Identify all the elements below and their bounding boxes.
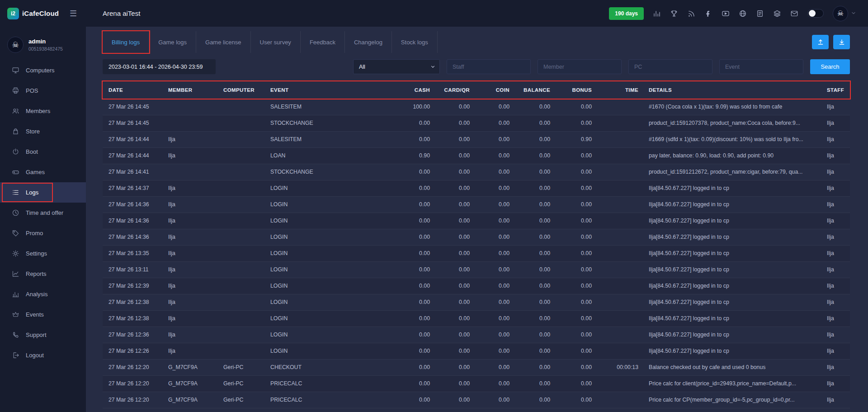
table-row[interactable]: 27 Mar 26 12:36 Ilja LOGIN 0.00 0.00 0.0… xyxy=(103,327,850,343)
globe-icon[interactable] xyxy=(739,9,747,18)
export-button[interactable] xyxy=(812,35,829,49)
cell-cash: 0.00 xyxy=(395,310,434,327)
col-bonus[interactable]: BONUS xyxy=(555,81,596,99)
log-type-select[interactable]: All xyxy=(353,59,440,74)
table-row[interactable]: 27 Mar 26 12:20 G_M7CF9A Geri-PC PRICECA… xyxy=(103,375,850,392)
cell-computer xyxy=(217,294,264,310)
dark-mode-toggle[interactable] xyxy=(807,9,824,18)
cell-details: #1669 (sdfd x 1)(tax: 0.09)(discount: 10… xyxy=(643,131,821,147)
youtube-icon[interactable] xyxy=(722,9,730,18)
table-row[interactable]: 27 Mar 26 14:36 Ilja LOGIN 0.00 0.00 0.0… xyxy=(103,229,850,245)
tab-user-survey[interactable]: User survey xyxy=(251,31,301,53)
tab-stock-logs[interactable]: Stock logs xyxy=(392,31,438,53)
col-member[interactable]: MEMBER xyxy=(162,81,217,99)
table-row[interactable]: 27 Mar 26 12:20 G_M7CF9A Geri-PC PRICECA… xyxy=(103,392,850,408)
col-date[interactable]: DATE xyxy=(103,81,162,99)
table-row[interactable]: 27 Mar 26 12:38 Ilja LOGIN 0.00 0.00 0.0… xyxy=(103,310,850,327)
tab-game-logs[interactable]: Game logs xyxy=(149,31,196,53)
upload-icon xyxy=(817,38,824,46)
pc-filter-input[interactable] xyxy=(628,59,712,74)
sidebar-item-pos[interactable]: POS xyxy=(0,81,86,101)
table-row[interactable]: 27 Mar 26 12:20 G_M7CF9A Geri-PC CHECKOU… xyxy=(103,359,850,375)
col-staff[interactable]: STAFF xyxy=(821,81,850,99)
cell-coin: 0.00 xyxy=(474,131,514,147)
col-card-qr[interactable]: CARD/QR xyxy=(434,81,474,99)
sidebar-item-logs[interactable]: Logs xyxy=(0,182,86,203)
layers-icon[interactable] xyxy=(773,9,781,18)
sidebar-item-computers[interactable]: Computers xyxy=(0,60,86,81)
cell-balance: 0.00 xyxy=(514,392,555,408)
sidebar-item-games[interactable]: Games xyxy=(0,162,86,182)
cell-staff: Ilja xyxy=(821,99,850,115)
sidebar-item-promo[interactable]: Promo xyxy=(0,223,86,243)
cell-card-qr: 0.00 xyxy=(434,375,474,392)
cell-time xyxy=(596,310,643,327)
table-row[interactable]: 27 Mar 26 13:35 Ilja LOGIN 0.00 0.00 0.0… xyxy=(103,245,850,261)
table-row[interactable]: 27 Mar 26 14:44 Ilja SALESITEM 0.00 0.00… xyxy=(103,131,850,147)
sidebar-item-events[interactable]: Events xyxy=(0,304,86,325)
invoice-icon[interactable] xyxy=(756,9,764,18)
table-row[interactable]: 27 Mar 26 13:11 Ilja LOGIN 0.00 0.00 0.0… xyxy=(103,261,850,278)
table-row[interactable]: 27 Mar 26 14:37 Ilja LOGIN 0.00 0.00 0.0… xyxy=(103,180,850,196)
logo-text: iCafeCloud xyxy=(22,9,59,17)
download-button[interactable] xyxy=(833,35,850,49)
log-table: DATE MEMBER COMPUTER EVENT CASH CARD/QR … xyxy=(103,81,850,408)
table-row[interactable]: 27 Mar 26 14:45 SALESITEM 100.00 0.00 0.… xyxy=(103,99,850,115)
cell-cash: 0.00 xyxy=(395,180,434,196)
table-row[interactable]: 27 Mar 26 12:26 Ilja LOGIN 0.00 0.00 0.0… xyxy=(103,343,850,359)
date-range-input[interactable] xyxy=(103,59,216,74)
table-row[interactable]: 27 Mar 26 14:36 Ilja LOGIN 0.00 0.00 0.0… xyxy=(103,196,850,213)
sidebar-profile[interactable]: ☠ admin 0051938482475 xyxy=(0,31,86,60)
user-menu[interactable]: ☠ xyxy=(833,6,856,21)
stats-icon[interactable] xyxy=(653,9,661,18)
member-filter-input[interactable] xyxy=(538,59,622,74)
table-row[interactable]: 27 Mar 26 12:38 Ilja LOGIN 0.00 0.00 0.0… xyxy=(103,294,850,310)
table-row[interactable]: 27 Mar 26 14:36 Ilja LOGIN 0.00 0.00 0.0… xyxy=(103,213,850,229)
search-button[interactable]: Search xyxy=(810,59,850,74)
cell-staff: Ilja xyxy=(821,229,850,245)
menu-toggle-icon[interactable]: ☰ xyxy=(70,9,77,18)
mail-icon[interactable] xyxy=(790,9,798,18)
cell-event: LOGIN xyxy=(264,343,395,359)
tab-changelog[interactable]: Changelog xyxy=(345,31,392,53)
table-row[interactable]: 27 Mar 26 14:44 Ilja LOAN 0.90 0.00 0.00… xyxy=(103,147,850,164)
cell-member xyxy=(162,164,217,180)
rss-icon[interactable] xyxy=(687,9,695,18)
sidebar-item-settings[interactable]: Settings xyxy=(0,243,86,264)
tab-billing-logs[interactable]: Billing logs xyxy=(103,31,149,53)
cell-event: SALESITEM xyxy=(264,99,395,115)
license-days-badge[interactable]: 190 days xyxy=(609,7,644,20)
col-balance[interactable]: BALANCE xyxy=(514,81,555,99)
cell-balance: 0.00 xyxy=(514,229,555,245)
trophy-icon[interactable] xyxy=(670,9,678,18)
sidebar-item-reports[interactable]: Reports xyxy=(0,264,86,284)
tab-feedback[interactable]: Feedback xyxy=(301,31,345,53)
table-row[interactable]: 27 Mar 26 14:41 STOCKCHANGE 0.00 0.00 0.… xyxy=(103,164,850,180)
sidebar-item-time-and-offer[interactable]: Time and offer xyxy=(0,203,86,223)
sidebar-item-members[interactable]: Members xyxy=(0,101,86,121)
event-filter-input[interactable] xyxy=(719,59,803,74)
log-table-header: DATE MEMBER COMPUTER EVENT CASH CARD/QR … xyxy=(103,81,850,99)
table-row[interactable]: 27 Mar 26 14:45 STOCKCHANGE 0.00 0.00 0.… xyxy=(103,115,850,131)
cell-card-qr: 0.00 xyxy=(434,213,474,229)
cell-event: SALESITEM xyxy=(264,131,395,147)
staff-filter-input[interactable] xyxy=(447,59,531,74)
tab-game-license[interactable]: Game license xyxy=(196,31,250,53)
col-computer[interactable]: COMPUTER xyxy=(217,81,264,99)
boot-power-icon xyxy=(12,148,19,156)
sidebar-item-boot[interactable]: Boot xyxy=(0,142,86,162)
col-details[interactable]: DETAILS xyxy=(643,81,821,99)
col-cash[interactable]: CASH xyxy=(395,81,434,99)
col-event[interactable]: EVENT xyxy=(264,81,395,99)
col-time[interactable]: TIME xyxy=(596,81,643,99)
cell-member: Ilja xyxy=(162,294,217,310)
sidebar-item-logout[interactable]: Logout xyxy=(0,345,86,365)
sidebar-item-support[interactable]: Support xyxy=(0,325,86,345)
sidebar-item-store[interactable]: Store xyxy=(0,121,86,142)
app-logo[interactable]: i2 iCafeCloud xyxy=(7,8,59,19)
facebook-icon[interactable] xyxy=(704,9,712,18)
sidebar-item-analysis[interactable]: Analysis xyxy=(0,284,86,304)
table-row[interactable]: 27 Mar 26 12:39 Ilja LOGIN 0.00 0.00 0.0… xyxy=(103,278,850,294)
col-coin[interactable]: COIN xyxy=(474,81,514,99)
cell-balance: 0.00 xyxy=(514,359,555,375)
